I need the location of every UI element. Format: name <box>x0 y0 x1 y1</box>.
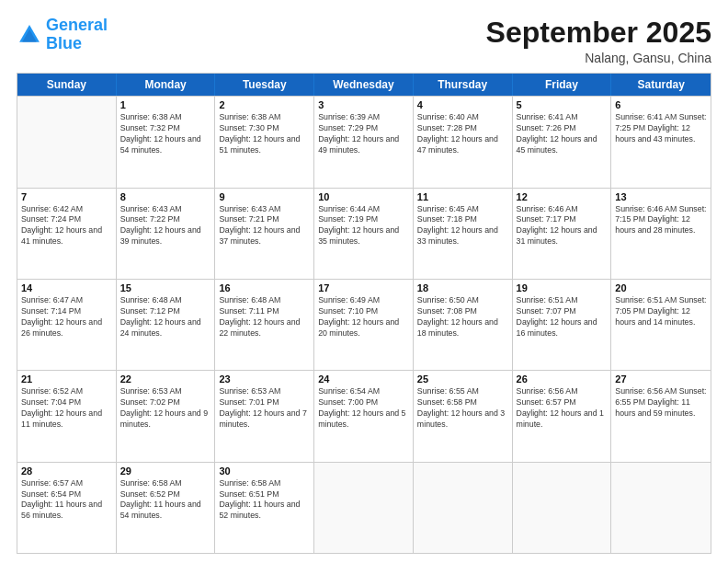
day-cell-6: 6Sunrise: 6:41 AM Sunset: 7:25 PM Daylig… <box>611 97 711 187</box>
cell-info: Sunrise: 6:43 AM Sunset: 7:21 PM Dayligh… <box>219 204 310 248</box>
cell-info: Sunrise: 6:48 AM Sunset: 7:12 PM Dayligh… <box>120 295 211 339</box>
empty-cell <box>314 463 414 553</box>
empty-cell <box>513 463 612 553</box>
day-cell-15: 15Sunrise: 6:48 AM Sunset: 7:12 PM Dayli… <box>117 280 216 370</box>
day-cell-4: 4Sunrise: 6:40 AM Sunset: 7:28 PM Daylig… <box>414 97 513 187</box>
logo-text: General Blue <box>46 17 108 53</box>
day-number: 5 <box>517 99 608 110</box>
day-number: 13 <box>615 191 707 202</box>
day-number: 7 <box>21 191 112 202</box>
cell-info: Sunrise: 6:53 AM Sunset: 7:01 PM Dayligh… <box>219 386 310 431</box>
logo-icon <box>17 22 42 48</box>
day-number: 30 <box>219 465 310 477</box>
day-number: 6 <box>615 99 707 110</box>
week-row-4: 21Sunrise: 6:52 AM Sunset: 7:04 PM Dayli… <box>17 370 711 461</box>
cell-info: Sunrise: 6:38 AM Sunset: 7:30 PM Dayligh… <box>219 112 310 156</box>
cell-info: Sunrise: 6:41 AM Sunset: 7:26 PM Dayligh… <box>517 112 608 156</box>
day-cell-21: 21Sunrise: 6:52 AM Sunset: 7:04 PM Dayli… <box>17 371 117 461</box>
cell-info: Sunrise: 6:58 AM Sunset: 6:51 PM Dayligh… <box>219 478 310 523</box>
cell-info: Sunrise: 6:54 AM Sunset: 7:00 PM Dayligh… <box>318 386 409 431</box>
cell-info: Sunrise: 6:52 AM Sunset: 7:04 PM Dayligh… <box>21 386 112 431</box>
day-cell-12: 12Sunrise: 6:46 AM Sunset: 7:17 PM Dayli… <box>513 189 612 279</box>
calendar-header: SundayMondayTuesdayWednesdayThursdayFrid… <box>17 74 711 96</box>
week-row-3: 14Sunrise: 6:47 AM Sunset: 7:14 PM Dayli… <box>17 279 711 370</box>
cell-info: Sunrise: 6:47 AM Sunset: 7:14 PM Dayligh… <box>21 295 112 339</box>
empty-cell <box>611 463 711 553</box>
day-number: 1 <box>120 99 211 110</box>
day-cell-23: 23Sunrise: 6:53 AM Sunset: 7:01 PM Dayli… <box>215 371 314 461</box>
day-number: 26 <box>517 373 608 385</box>
day-cell-13: 13Sunrise: 6:46 AM Sunset: 7:15 PM Dayli… <box>611 189 711 279</box>
cell-info: Sunrise: 6:51 AM Sunset: 7:05 PM Dayligh… <box>615 295 707 328</box>
day-cell-26: 26Sunrise: 6:56 AM Sunset: 6:57 PM Dayli… <box>513 371 612 461</box>
title-block: September 2025 Nalang, Gansu, China <box>486 17 711 65</box>
header-day-sunday: Sunday <box>17 74 117 96</box>
week-row-2: 7Sunrise: 6:42 AM Sunset: 7:24 PM Daylig… <box>17 188 711 279</box>
day-cell-14: 14Sunrise: 6:47 AM Sunset: 7:14 PM Dayli… <box>17 280 117 370</box>
logo: General Blue <box>17 17 108 53</box>
day-cell-3: 3Sunrise: 6:39 AM Sunset: 7:29 PM Daylig… <box>314 97 414 187</box>
day-number: 12 <box>517 191 608 202</box>
header-day-thursday: Thursday <box>414 74 513 96</box>
cell-info: Sunrise: 6:42 AM Sunset: 7:24 PM Dayligh… <box>21 204 112 248</box>
calendar: SundayMondayTuesdayWednesdayThursdayFrid… <box>17 73 711 554</box>
header-day-wednesday: Wednesday <box>314 74 414 96</box>
day-cell-19: 19Sunrise: 6:51 AM Sunset: 7:07 PM Dayli… <box>513 280 612 370</box>
day-number: 11 <box>417 191 508 202</box>
cell-info: Sunrise: 6:58 AM Sunset: 6:52 PM Dayligh… <box>120 478 211 523</box>
month-title: September 2025 <box>486 17 711 49</box>
logo-line1: General <box>46 16 108 34</box>
day-cell-29: 29Sunrise: 6:58 AM Sunset: 6:52 PM Dayli… <box>117 463 216 553</box>
week-row-1: 1Sunrise: 6:38 AM Sunset: 7:32 PM Daylig… <box>17 96 711 187</box>
day-cell-30: 30Sunrise: 6:58 AM Sunset: 6:51 PM Dayli… <box>215 463 314 553</box>
empty-cell <box>17 97 117 187</box>
day-number: 19 <box>517 282 608 293</box>
cell-info: Sunrise: 6:39 AM Sunset: 7:29 PM Dayligh… <box>318 112 409 156</box>
cell-info: Sunrise: 6:51 AM Sunset: 7:07 PM Dayligh… <box>517 295 608 339</box>
week-row-5: 28Sunrise: 6:57 AM Sunset: 6:54 PM Dayli… <box>17 462 711 553</box>
day-cell-17: 17Sunrise: 6:49 AM Sunset: 7:10 PM Dayli… <box>314 280 414 370</box>
day-cell-9: 9Sunrise: 6:43 AM Sunset: 7:21 PM Daylig… <box>215 189 314 279</box>
day-number: 14 <box>21 282 112 293</box>
day-number: 16 <box>219 282 310 293</box>
cell-info: Sunrise: 6:55 AM Sunset: 6:58 PM Dayligh… <box>417 386 508 431</box>
cell-info: Sunrise: 6:38 AM Sunset: 7:32 PM Dayligh… <box>120 112 211 156</box>
header-day-monday: Monday <box>117 74 216 96</box>
cell-info: Sunrise: 6:46 AM Sunset: 7:15 PM Dayligh… <box>615 204 707 237</box>
cell-info: Sunrise: 6:46 AM Sunset: 7:17 PM Dayligh… <box>517 204 608 248</box>
cell-info: Sunrise: 6:56 AM Sunset: 6:57 PM Dayligh… <box>517 386 608 431</box>
cell-info: Sunrise: 6:43 AM Sunset: 7:22 PM Dayligh… <box>120 204 211 248</box>
logo-line2: Blue <box>46 34 82 52</box>
header: General Blue September 2025 Nalang, Gans… <box>17 17 711 65</box>
cell-info: Sunrise: 6:45 AM Sunset: 7:18 PM Dayligh… <box>417 204 508 248</box>
day-number: 22 <box>120 373 211 385</box>
cell-info: Sunrise: 6:40 AM Sunset: 7:28 PM Dayligh… <box>417 112 508 156</box>
day-cell-25: 25Sunrise: 6:55 AM Sunset: 6:58 PM Dayli… <box>414 371 513 461</box>
day-number: 29 <box>120 465 211 477</box>
header-day-tuesday: Tuesday <box>215 74 314 96</box>
day-number: 15 <box>120 282 211 293</box>
calendar-body: 1Sunrise: 6:38 AM Sunset: 7:32 PM Daylig… <box>17 96 711 553</box>
header-day-saturday: Saturday <box>611 74 711 96</box>
cell-info: Sunrise: 6:57 AM Sunset: 6:54 PM Dayligh… <box>21 478 112 523</box>
location: Nalang, Gansu, China <box>486 51 711 65</box>
day-number: 10 <box>318 191 409 202</box>
day-number: 24 <box>318 373 409 385</box>
day-number: 23 <box>219 373 310 385</box>
cell-info: Sunrise: 6:50 AM Sunset: 7:08 PM Dayligh… <box>417 295 508 339</box>
day-number: 28 <box>21 465 112 477</box>
day-cell-24: 24Sunrise: 6:54 AM Sunset: 7:00 PM Dayli… <box>314 371 414 461</box>
day-cell-1: 1Sunrise: 6:38 AM Sunset: 7:32 PM Daylig… <box>117 97 216 187</box>
page: General Blue September 2025 Nalang, Gans… <box>0 0 728 563</box>
day-cell-18: 18Sunrise: 6:50 AM Sunset: 7:08 PM Dayli… <box>414 280 513 370</box>
day-cell-22: 22Sunrise: 6:53 AM Sunset: 7:02 PM Dayli… <box>117 371 216 461</box>
header-day-friday: Friday <box>513 74 612 96</box>
day-number: 4 <box>417 99 508 110</box>
day-cell-7: 7Sunrise: 6:42 AM Sunset: 7:24 PM Daylig… <box>17 189 117 279</box>
day-number: 8 <box>120 191 211 202</box>
day-cell-8: 8Sunrise: 6:43 AM Sunset: 7:22 PM Daylig… <box>117 189 216 279</box>
cell-info: Sunrise: 6:56 AM Sunset: 6:55 PM Dayligh… <box>615 386 707 419</box>
day-number: 20 <box>615 282 707 293</box>
day-number: 3 <box>318 99 409 110</box>
day-cell-27: 27Sunrise: 6:56 AM Sunset: 6:55 PM Dayli… <box>611 371 711 461</box>
